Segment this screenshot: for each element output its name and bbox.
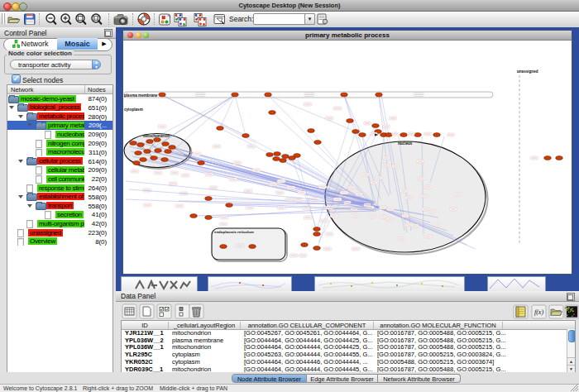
svg-text:plasma membrane: plasma membrane <box>124 93 158 98</box>
svg-text:mitochondrion: mitochondrion <box>143 134 170 138</box>
svg-text:1:1: 1:1 <box>93 17 98 21</box>
svg-text:unassigned: unassigned <box>517 69 538 74</box>
svg-text:cytoplasm: cytoplasm <box>124 108 143 112</box>
svg-text:f(x): f(x) <box>534 308 543 316</box>
svg-text:nucleus: nucleus <box>398 141 413 146</box>
svg-text:endoplasmic reticulum: endoplasmic reticulum <box>214 230 254 234</box>
